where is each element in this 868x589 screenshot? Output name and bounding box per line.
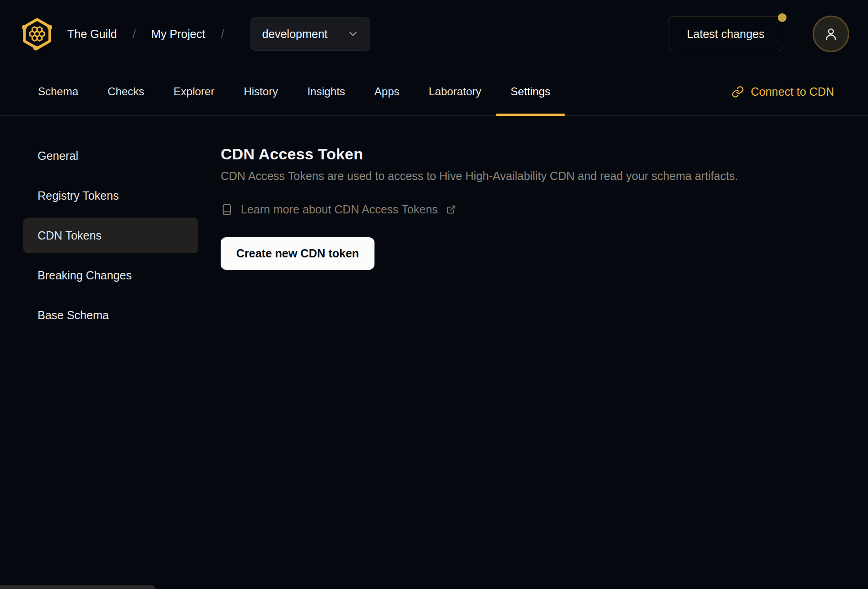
tab-insights[interactable]: Insights [293, 68, 360, 115]
learn-more-label: Learn more about CDN Access Tokens [241, 203, 438, 216]
environment-selector[interactable]: development [250, 17, 370, 51]
tab-apps[interactable]: Apps [360, 68, 414, 115]
settings-content: General Registry Tokens CDN Tokens Break… [0, 116, 868, 333]
project-tabs: Schema Checks Explorer History Insights … [0, 68, 868, 116]
latest-changes-label: Latest changes [687, 27, 765, 41]
breadcrumb-project-link[interactable]: My Project [151, 27, 205, 41]
user-icon [823, 26, 839, 42]
breadcrumb-separator: / [132, 27, 136, 41]
learn-more-link[interactable]: Learn more about CDN Access Tokens [221, 203, 738, 216]
tab-settings[interactable]: Settings [496, 68, 565, 115]
app-header: The Guild / My Project / development Lat… [0, 0, 868, 68]
hive-logo-icon[interactable] [21, 17, 54, 50]
page-description: CDN Access Tokens are used to access to … [221, 169, 738, 183]
breadcrumb-separator: / [221, 27, 224, 41]
breadcrumb-org-link[interactable]: The Guild [67, 27, 117, 41]
header-right: Latest changes [668, 16, 849, 52]
connect-to-cdn-label: Connect to CDN [751, 85, 834, 98]
chevron-down-icon [347, 28, 359, 40]
sidebar-item-registry-tokens[interactable]: Registry Tokens [23, 178, 198, 213]
environment-selector-value: development [262, 27, 327, 41]
tab-checks[interactable]: Checks [93, 68, 159, 115]
sidebar-item-breaking-changes[interactable]: Breaking Changes [23, 257, 198, 293]
sidebar-item-base-schema[interactable]: Base Schema [23, 297, 198, 333]
main-panel: CDN Access Token CDN Access Tokens are u… [221, 138, 738, 333]
bottom-toast-partial [0, 585, 155, 589]
breadcrumb: The Guild / My Project / development [67, 17, 370, 51]
page-title: CDN Access Token [221, 145, 738, 163]
link-icon [732, 86, 744, 98]
tab-laboratory[interactable]: Laboratory [414, 68, 496, 115]
user-avatar-button[interactable] [813, 16, 849, 52]
tab-history[interactable]: History [229, 68, 293, 115]
book-icon [221, 203, 233, 216]
tab-explorer[interactable]: Explorer [159, 68, 229, 115]
connect-to-cdn-link[interactable]: Connect to CDN [732, 68, 834, 115]
tab-schema[interactable]: Schema [23, 68, 93, 115]
settings-sidebar: General Registry Tokens CDN Tokens Break… [23, 138, 198, 333]
sidebar-item-cdn-tokens[interactable]: CDN Tokens [23, 218, 198, 253]
notification-dot [778, 13, 787, 22]
external-link-icon [446, 205, 456, 214]
sidebar-item-general[interactable]: General [23, 138, 198, 174]
create-cdn-token-button[interactable]: Create new CDN token [221, 237, 374, 270]
latest-changes-button[interactable]: Latest changes [668, 16, 783, 51]
